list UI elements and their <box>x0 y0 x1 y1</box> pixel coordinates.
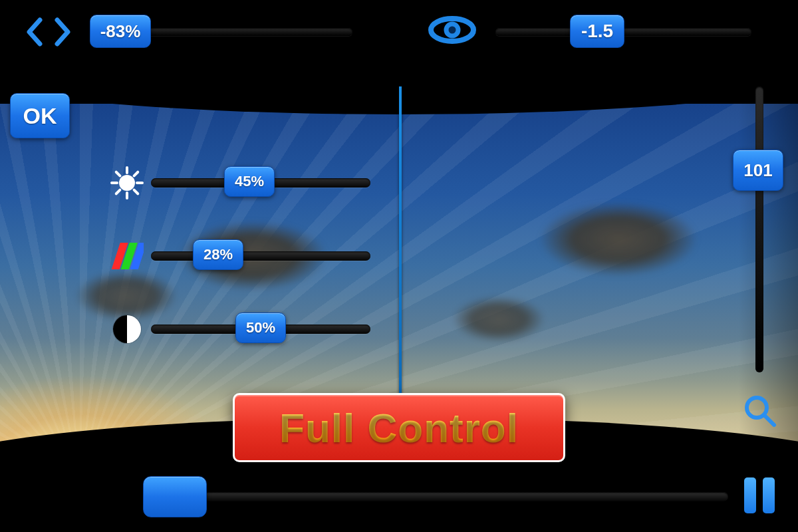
contrast-thumb[interactable]: 50% <box>235 313 286 343</box>
vertical-slider-track[interactable] <box>755 86 763 372</box>
bottom-slider-thumb[interactable] <box>143 476 207 517</box>
rgb-slider[interactable]: 28% <box>103 239 382 273</box>
svg-point-1 <box>446 24 458 36</box>
right-pane-tone <box>402 86 798 446</box>
brightness-thumb[interactable]: 45% <box>224 166 275 197</box>
split-divider[interactable] <box>399 86 402 446</box>
magnifier-icon[interactable] <box>742 393 778 429</box>
full-control-banner: Full Control <box>233 393 565 462</box>
brightness-track[interactable]: 45% <box>151 178 370 188</box>
nav-arrows-icon[interactable] <box>20 13 76 50</box>
vertical-slider-thumb[interactable]: 101 <box>733 150 783 191</box>
ok-button[interactable]: OK <box>10 93 70 138</box>
bottom-slider-track[interactable] <box>150 492 728 501</box>
contrast-icon <box>103 315 151 343</box>
brightness-icon <box>103 168 151 198</box>
rgb-thumb[interactable]: 28% <box>193 239 243 270</box>
pause-bar <box>763 477 775 513</box>
pause-button[interactable] <box>744 477 775 513</box>
banner-text: Full Control <box>279 404 519 452</box>
top-left-slider-thumb[interactable]: -83% <box>90 15 151 48</box>
rgb-track[interactable]: 28% <box>151 251 370 261</box>
eye-icon[interactable] <box>426 15 479 45</box>
contrast-track[interactable]: 50% <box>151 325 370 334</box>
svg-line-6 <box>764 415 774 425</box>
contrast-slider[interactable]: 50% <box>103 313 382 346</box>
rgb-bars-icon <box>103 240 151 272</box>
top-right-slider-thumb[interactable]: -1.5 <box>570 15 624 48</box>
brightness-slider[interactable]: 45% <box>103 166 382 200</box>
pause-bar <box>744 477 756 513</box>
